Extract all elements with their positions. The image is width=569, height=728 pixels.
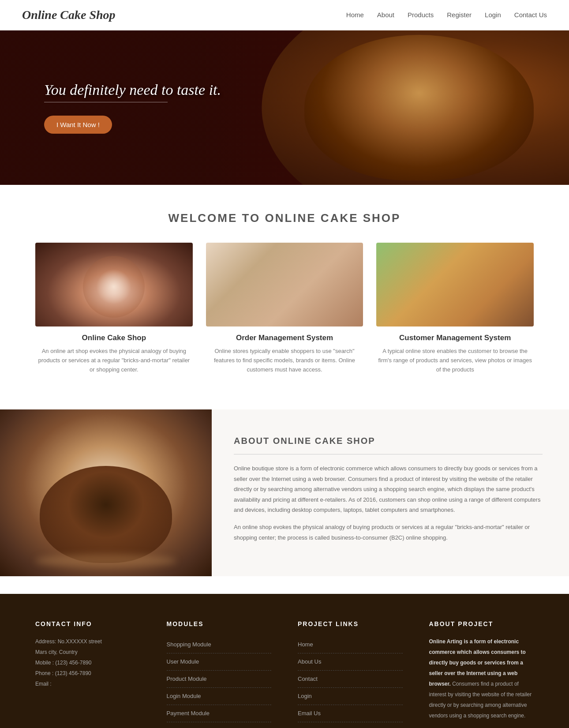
link-email-us[interactable]: Email Us bbox=[298, 710, 321, 717]
footer-about-project-title: ABOUT PROJECT bbox=[429, 620, 534, 627]
footer-address-line2: Mars city, Country bbox=[35, 647, 140, 657]
nav-products[interactable]: Products bbox=[408, 11, 434, 19]
about-para-1: Online boutique store is a form of elect… bbox=[234, 463, 543, 515]
hero-divider bbox=[44, 102, 168, 102]
module-product[interactable]: Product Module bbox=[167, 675, 207, 682]
footer-modules: MODULES Shopping Module User Module Prod… bbox=[167, 620, 272, 722]
module-payment[interactable]: Payment Module bbox=[167, 710, 210, 717]
welcome-card-1: Online Cake Shop An online art shop evok… bbox=[35, 243, 193, 374]
hero-cake-visual bbox=[304, 35, 534, 180]
module-user[interactable]: User Module bbox=[167, 658, 199, 665]
cake-image-1 bbox=[35, 243, 193, 326]
welcome-section: WELCOME TO ONLINE CAKE SHOP Online Cake … bbox=[0, 185, 569, 392]
card-3-title: Customer Management System bbox=[376, 334, 534, 342]
brand-logo[interactable]: Online Cake Shop bbox=[22, 8, 116, 22]
welcome-title: WELCOME TO ONLINE CAKE SHOP bbox=[35, 211, 534, 225]
about-para-2: An online shop evokes the physical analo… bbox=[234, 522, 543, 543]
link-contact[interactable]: Contact bbox=[298, 675, 318, 682]
nav-links: Home About Products Register Login Conta… bbox=[346, 11, 547, 19]
about-section: ABOUT ONLINE CAKE SHOP Online boutique s… bbox=[0, 409, 569, 576]
footer-address-line1: Address: No.XXXXXX street bbox=[35, 636, 140, 647]
footer-contact-title: CONTACT INFO bbox=[35, 620, 140, 627]
about-content: ABOUT ONLINE CAKE SHOP Online boutique s… bbox=[212, 409, 569, 576]
link-login[interactable]: Login bbox=[298, 693, 312, 699]
footer-project-links: PROJECT LINKS Home About Us Contact Logi… bbox=[298, 620, 403, 722]
cake-image-2 bbox=[206, 243, 363, 326]
hero-cta-button[interactable]: I Want It Now ! bbox=[44, 116, 112, 134]
card-1-title: Online Cake Shop bbox=[35, 334, 193, 342]
hero-tagline: You definitely need to taste it. bbox=[44, 82, 221, 98]
brand-name: Online Cake Shop bbox=[22, 8, 116, 22]
nav-login[interactable]: Login bbox=[485, 11, 501, 19]
footer-mobile: Mobile : (123) 456-7890 bbox=[35, 657, 140, 668]
welcome-cards: Online Cake Shop An online art shop evok… bbox=[35, 243, 534, 374]
footer-modules-title: MODULES bbox=[167, 620, 272, 627]
welcome-card-2: Order Management System Online stores ty… bbox=[206, 243, 363, 374]
nav-home[interactable]: Home bbox=[346, 11, 364, 19]
navbar: Online Cake Shop Home About Products Reg… bbox=[0, 0, 569, 30]
footer-project-links-list: Home About Us Contact Login Email Us bbox=[298, 636, 403, 722]
nav-register[interactable]: Register bbox=[447, 11, 472, 19]
module-shopping[interactable]: Shopping Module bbox=[167, 641, 211, 648]
welcome-card-3: Customer Management System A typical onl… bbox=[376, 243, 534, 374]
nav-about[interactable]: About bbox=[377, 11, 394, 19]
link-home[interactable]: Home bbox=[298, 641, 313, 648]
footer-project-links-title: PROJECT LINKS bbox=[298, 620, 403, 627]
footer-about-project-text: Online Arting is a form of electronic co… bbox=[429, 636, 534, 721]
about-divider bbox=[234, 454, 543, 454]
footer: CONTACT INFO Address: No.XXXXXX street M… bbox=[0, 594, 569, 728]
module-login[interactable]: Login Module bbox=[167, 693, 201, 699]
footer-about-project: ABOUT PROJECT Online Arting is a form of… bbox=[429, 620, 534, 722]
card-2-title: Order Management System bbox=[206, 334, 363, 342]
hero-section: You definitely need to taste it. I Want … bbox=[0, 30, 569, 185]
about-title: ABOUT ONLINE CAKE SHOP bbox=[234, 436, 543, 446]
card-1-desc: An online art shop evokes the physical a… bbox=[35, 347, 193, 374]
footer-email: Email : bbox=[35, 679, 140, 689]
card-3-desc: A typical online store enables the custo… bbox=[376, 347, 534, 374]
link-about-us[interactable]: About Us bbox=[298, 658, 321, 665]
cake-image-3 bbox=[376, 243, 534, 326]
footer-phone: Phone : (123) 456-7890 bbox=[35, 668, 140, 679]
about-cake-image bbox=[0, 409, 212, 576]
nav-contact[interactable]: Contact Us bbox=[514, 11, 547, 19]
card-2-desc: Online stores typically enable shoppers … bbox=[206, 347, 363, 374]
footer-about-bold: Online Arting is a form of electronic co… bbox=[429, 638, 526, 687]
footer-contact: CONTACT INFO Address: No.XXXXXX street M… bbox=[35, 620, 140, 722]
footer-modules-list: Shopping Module User Module Product Modu… bbox=[167, 636, 272, 722]
